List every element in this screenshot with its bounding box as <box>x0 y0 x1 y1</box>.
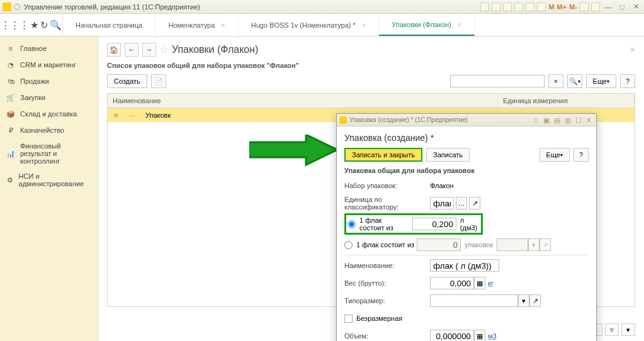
toolbar-icon[interactable] <box>591 3 600 11</box>
maximize-button[interactable]: □ <box>616 3 628 11</box>
close-page-icon[interactable]: × <box>630 45 635 55</box>
dialog-help-button[interactable]: ? <box>573 148 589 162</box>
toolbar-icon[interactable] <box>526 3 534 11</box>
favorites-icon[interactable]: ★ <box>30 20 38 31</box>
classifier-input[interactable] <box>430 197 454 210</box>
create-button[interactable]: Создать <box>107 74 147 88</box>
tab-packs[interactable]: Упаковки (Флакон)× <box>379 14 475 36</box>
dlg-tool-icon[interactable]: ▤ <box>554 116 562 124</box>
cart-icon: 🛒 <box>6 93 15 102</box>
set-value: Флакон <box>430 182 454 189</box>
save-button[interactable]: Записать <box>426 148 470 162</box>
toolbar-icon[interactable] <box>514 3 523 11</box>
scroll-bottom-button[interactable]: ▾ <box>621 323 635 336</box>
main-area: 🏠 ← → ☆ Упаковки (Флакон) × Список упако… <box>98 36 644 341</box>
copy-button[interactable]: 📄 <box>151 74 166 88</box>
dropdown-button[interactable]: ▾ <box>528 238 539 251</box>
sidebar-item-finance[interactable]: 📊Финансовый результат и контроллинг <box>0 138 98 169</box>
radio-volume[interactable] <box>347 220 356 228</box>
search-icon[interactable]: 🔍 <box>50 20 62 31</box>
search-input[interactable] <box>450 75 545 87</box>
sidebar-item-label: Казначейство <box>20 126 64 134</box>
close-tab-icon[interactable]: × <box>458 21 461 28</box>
dlg-tool-icon[interactable]: ▣ <box>543 116 551 124</box>
dlg-fav-icon[interactable]: ☆ <box>533 116 540 124</box>
toolbar-icon[interactable] <box>480 3 489 11</box>
pie-icon: ◔ <box>6 60 15 69</box>
open-button[interactable]: ↗ <box>539 238 551 251</box>
app-logo-icon <box>3 3 11 11</box>
status-dot-icon <box>14 4 20 10</box>
sidebar-item-admin[interactable]: ⚙НСИ и администрирование <box>0 169 98 191</box>
calc-button[interactable]: ▦ <box>474 330 485 341</box>
search-button[interactable]: 🔍▾ <box>567 74 582 88</box>
close-tab-icon[interactable]: × <box>221 21 225 29</box>
calc-m[interactable]: М <box>548 3 554 11</box>
close-button[interactable]: ✕ <box>630 3 641 11</box>
open-button[interactable]: ↗ <box>469 197 480 210</box>
toolbar-icon[interactable] <box>580 3 589 11</box>
weight-input[interactable] <box>430 277 474 289</box>
sidebar-item-warehouse[interactable]: 📦Склад и доставка <box>0 106 98 122</box>
toolbar-icon[interactable] <box>537 3 546 11</box>
open-button[interactable]: ↗ <box>529 294 541 307</box>
dlg-tool-icon[interactable]: ▥ <box>565 116 572 124</box>
sidebar-item-label: Продажи <box>20 77 49 85</box>
toolbar-icon[interactable] <box>503 3 512 11</box>
volume-input[interactable] <box>412 218 456 230</box>
sidebar-item-sales[interactable]: 🛍Продажи <box>0 73 98 89</box>
tab-nomenclature[interactable]: Номенклатура× <box>155 14 238 36</box>
toolbar-icon[interactable] <box>492 3 500 11</box>
nodim-label: Безразмерная <box>356 315 402 322</box>
sidebar-item-main[interactable]: ≡Главное <box>0 40 98 57</box>
save-and-close-button[interactable]: Записать и закрыть <box>344 148 422 162</box>
calc-m-minus[interactable]: М- <box>569 3 577 11</box>
sidebar-item-treasury[interactable]: ₽Казначейство <box>0 122 98 138</box>
sidebar: ≡Главное ◔CRM и маркетинг 🛍Продажи 🛒Заку… <box>0 36 98 341</box>
apps-grid-icon[interactable]: ⋮⋮⋮ <box>1 20 29 31</box>
dlg-close-icon[interactable]: ✕ <box>586 116 594 124</box>
type-input[interactable] <box>430 294 518 307</box>
name-input[interactable] <box>430 259 499 272</box>
up-button[interactable]: 🏠 <box>107 43 121 57</box>
dlg-max-icon[interactable]: ☐ <box>575 116 583 124</box>
calc-button[interactable]: ▦ <box>474 277 485 289</box>
back-button[interactable]: ← <box>125 43 138 57</box>
dialog-window-title: Упаковка (создание) * (1С:Предприятие) <box>349 116 468 123</box>
radio-packs[interactable] <box>344 241 353 249</box>
tabs-bar: ⋮⋮⋮ ★ ↻ 🔍 Начальная страница Номенклатур… <box>0 14 644 36</box>
help-button[interactable]: ? <box>620 74 635 88</box>
dots-button[interactable]: … <box>456 197 467 210</box>
scroll-down-button[interactable]: ▿ <box>605 323 619 336</box>
column-unit[interactable]: Единица измерения <box>498 94 635 108</box>
sidebar-item-purchases[interactable]: 🛒Закупки <box>0 89 98 106</box>
sidebar-item-label: Главное <box>20 45 47 52</box>
vol-unit[interactable]: м3 <box>488 332 497 340</box>
dropdown-button[interactable]: ▾ <box>518 294 529 307</box>
calc-m-plus[interactable]: М+ <box>557 3 567 11</box>
dialog-title-bar[interactable]: Упаковка (создание) * (1С:Предприятие) ☆… <box>337 114 596 126</box>
page-title: Упаковки (Флакон) <box>172 44 258 55</box>
clear-search-button[interactable]: × <box>548 74 563 88</box>
tab-hugo-boss[interactable]: Hugo BOSS 1v (Номенклатура) *× <box>239 14 380 36</box>
close-tab-icon[interactable]: × <box>362 21 366 29</box>
weight-unit[interactable]: кг <box>488 279 494 287</box>
sidebar-item-label: Склад и доставка <box>20 110 77 118</box>
tab-home[interactable]: Начальная страница <box>63 14 155 36</box>
highlight-box: 1 флак состоит из л (дм3) <box>344 213 483 235</box>
dialog-more-button[interactable]: Еще ▾ <box>539 148 570 162</box>
window-title-bar: Управление торговлей, редакция 11 (1С:Пр… <box>0 0 644 14</box>
star-icon[interactable]: ☆ <box>160 44 168 55</box>
more-button[interactable]: Еще ▾ <box>586 74 616 88</box>
volume-unit: л (дм3) <box>460 216 480 232</box>
radio-packs-label: 1 флак состоит из <box>356 241 417 249</box>
vol-input[interactable] <box>430 330 474 341</box>
minimize-button[interactable]: — <box>602 3 614 11</box>
dialog-title: Упаковка (создание) * <box>344 133 589 143</box>
sidebar-item-crm[interactable]: ◔CRM и маркетинг <box>0 57 98 73</box>
history-icon[interactable]: ↻ <box>40 20 48 31</box>
forward-button[interactable]: → <box>142 43 156 57</box>
ruble-icon: ₽ <box>6 126 15 135</box>
nodim-checkbox[interactable] <box>344 315 353 323</box>
column-name[interactable]: Наименование <box>108 94 498 108</box>
